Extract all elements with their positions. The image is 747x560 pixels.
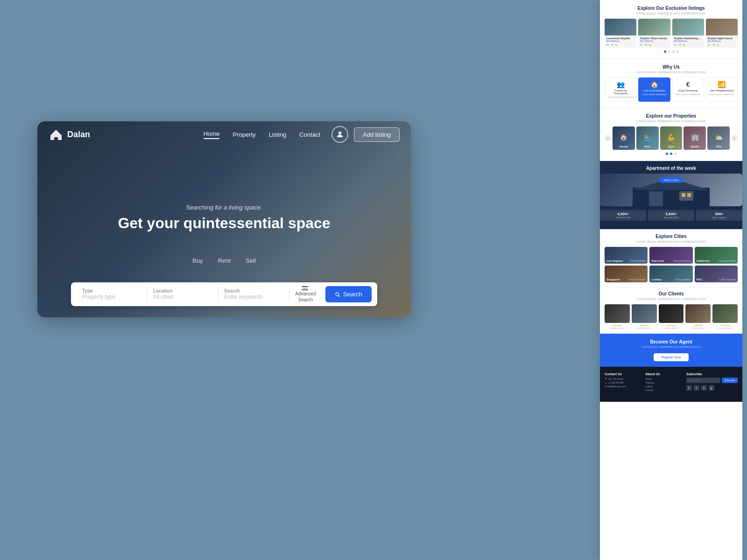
search-placeholder[interactable]: Enter keywords <box>224 294 283 300</box>
svg-rect-5 <box>649 191 663 206</box>
client-text-3: Lorem ipsum <box>659 327 684 329</box>
prop-type-house[interactable]: 🏠 House <box>613 126 635 150</box>
listing-card-3[interactable]: Duplex Swimming pool $4,500/mo 🛏 🚿 📐 <box>672 19 704 48</box>
advanced-search-button[interactable]: Advanced Search <box>289 286 321 302</box>
svg-rect-3 <box>633 188 710 206</box>
youtube-icon[interactable]: y <box>709 385 714 391</box>
instagram-icon[interactable]: i <box>694 385 699 391</box>
nav-contact[interactable]: Contact <box>299 131 320 138</box>
city-name-5: London <box>651 278 662 281</box>
watch-more-button[interactable]: Watch more <box>660 177 682 183</box>
prop-type-villa[interactable]: ⛅ Villa <box>707 126 730 150</box>
filter-line-1 <box>302 286 308 287</box>
prop-type-studio[interactable]: 🏢 Studio <box>684 126 706 150</box>
logo-area: Dalan <box>49 127 90 142</box>
explore-cities-section: Explore Cities Lorem ipsum, vestibulum a… <box>600 229 742 287</box>
hero-section: Dalan Home Property Listing Contact Add … <box>37 121 411 317</box>
dot-1-2[interactable] <box>668 50 670 53</box>
dot-2-2[interactable] <box>670 153 672 155</box>
listing-card-4[interactable]: Duplex light house $2,800/mo 🛏 🚿 📐 <box>706 19 738 48</box>
city-singapore[interactable]: Singapore Find your Dream <box>605 266 648 282</box>
subscribe-button[interactable]: Subscribe <box>722 378 738 383</box>
villa-icon: ⛅ <box>715 133 723 141</box>
client-1: ★★★★★ Lorem ipsum <box>605 304 630 329</box>
listing-card-1[interactable]: Luxurious Duplex $2,500/mo 🛏 🚿 📐 <box>605 19 636 48</box>
stat-homes-num: 4,500+ <box>602 212 644 216</box>
beds-1: 🛏 <box>606 43 609 46</box>
city-count-2: Find your Dream <box>673 259 691 262</box>
why-label-3: Easy Financing <box>675 89 702 92</box>
type-value[interactable]: Property type <box>82 294 141 300</box>
prop-types-prev[interactable]: ‹ <box>605 135 611 141</box>
apartment-week-section: Apartment of the week Watch more 4,500+ … <box>600 161 742 229</box>
footer-about-property[interactable]: Property <box>645 381 682 384</box>
dot-1-active[interactable] <box>664 50 666 53</box>
city-count-5: 1,500 properties <box>674 278 691 281</box>
filter-icon <box>302 286 308 290</box>
footer-about-listing[interactable]: Listing <box>645 385 682 388</box>
social-icons: f i t y <box>686 385 738 391</box>
client-2: ★★★★★ Lorem ipsum <box>632 304 657 329</box>
apt-week-image: Watch more <box>600 174 742 206</box>
search-btn-label: Search <box>343 291 362 298</box>
register-now-button[interactable]: Register Now <box>654 353 688 361</box>
tab-sell[interactable]: Sell <box>246 257 256 266</box>
search-icon <box>335 292 340 297</box>
footer-about-home[interactable]: Home <box>645 378 682 380</box>
baths-1: 🚿 <box>611 43 613 46</box>
tab-buy[interactable]: Buy <box>192 257 203 266</box>
nav-listing[interactable]: Listing <box>269 131 287 138</box>
listing-card-price-4: $2,800/mo <box>708 40 736 42</box>
baths-4: 🚿 <box>712 43 715 46</box>
baths-2: 🚿 <box>644 43 647 46</box>
beds-3: 🛏 <box>674 43 677 46</box>
stat-homes-label: Home for sale <box>602 216 644 219</box>
dot-2-1[interactable] <box>666 153 668 155</box>
dot-1-4[interactable] <box>677 50 679 53</box>
nav-property[interactable]: Property <box>233 131 255 138</box>
gym-icon: 💪 <box>667 133 675 141</box>
listing-card-2[interactable]: Duplex Glass house $3,200/mo 🛏 🚿 📐 <box>638 19 670 48</box>
city-los-angeles[interactable]: Los Angeles 2,500 properties <box>605 247 648 264</box>
search-label-2: Search <box>298 297 313 302</box>
prop-type-label-1: House <box>613 145 635 148</box>
footer-subscribe: Subscribe Subscribe f i t y <box>686 372 738 392</box>
city-california[interactable]: California Find your Dream <box>695 247 738 264</box>
footer-phone: 📞 +1 234 567890 <box>605 381 641 384</box>
listing-card-price-1: $2,500/mo <box>606 40 634 42</box>
city-london[interactable]: London 1,500 properties <box>649 266 692 282</box>
location-label: Location <box>153 288 212 294</box>
why-card-3[interactable]: € Easy Financing Lorem ipsum vestibulum <box>672 77 704 102</box>
facebook-icon[interactable]: f <box>686 385 692 391</box>
location-value[interactable]: All cities <box>153 294 212 300</box>
search-bar: Type Property type Location All cities S… <box>71 282 377 306</box>
dot-1-3[interactable] <box>672 50 675 53</box>
tab-rent[interactable]: Rent <box>218 257 231 266</box>
clients-row: ★★★★★ Lorem ipsum ★★★★★ Lorem ipsum ★★★★… <box>605 304 738 329</box>
carousel-dots-2 <box>605 153 738 155</box>
city-nyc[interactable]: NYC 1,154 properties <box>695 266 738 282</box>
prop-types-next[interactable]: › <box>731 135 738 141</box>
prop-type-gym[interactable]: 💪 Gym <box>660 126 683 150</box>
nav-home[interactable]: Home <box>204 130 220 139</box>
subscribe-input[interactable] <box>686 378 720 383</box>
why-card-2[interactable]: 🏠 Lots of properties Lorem ipsum vestibu… <box>638 77 670 102</box>
client-avatar-3 <box>659 304 684 323</box>
listing-card-info-3: Duplex Swimming pool $4,500/mo 🛏 🚿 📐 <box>672 35 704 48</box>
dot-2-3[interactable] <box>674 153 677 155</box>
prop-type-pool[interactable]: 🏊 Pool <box>636 126 659 150</box>
why-card-4[interactable]: 📶 See Neighborhood Lorem ipsum vestibulu… <box>706 77 738 102</box>
hero-background: Dalan Home Property Listing Contact Add … <box>37 121 411 317</box>
user-avatar-button[interactable] <box>331 126 348 143</box>
twitter-icon[interactable]: t <box>701 385 707 391</box>
listing-card-meta-3: 🛏 🚿 📐 <box>674 43 702 46</box>
city-new-york[interactable]: New york Find your Dream <box>649 247 692 264</box>
why-card-1[interactable]: 👥 Trusted by Thousands Lorem ipsum vesti… <box>605 77 636 102</box>
client-avatar-5 <box>712 304 738 323</box>
why-us-title: Why Us <box>605 64 738 70</box>
search-button[interactable]: Search <box>325 286 372 302</box>
footer-about-contact[interactable]: Contact <box>645 389 682 392</box>
city-name-1: Los Angeles <box>606 259 623 262</box>
city-name-6: NYC <box>697 278 703 281</box>
add-listing-button[interactable]: Add listing <box>354 127 400 142</box>
